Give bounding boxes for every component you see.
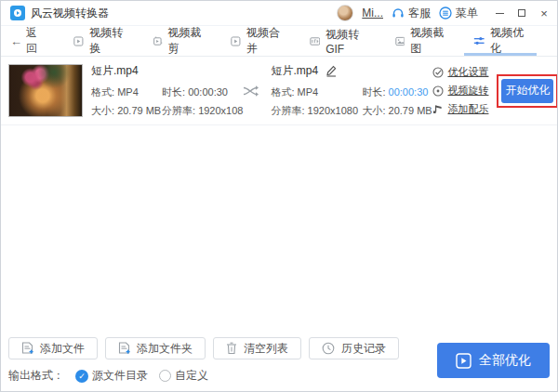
shuffle-icon <box>243 84 259 98</box>
titlebar-right: Mi... 客服 菜单 <box>337 5 550 21</box>
output-file-name: 短片.mp4 <box>271 63 318 79</box>
video-merge-icon <box>231 35 241 47</box>
nav-tabs: 视频转换 视频裁剪 视频合并 <box>68 26 548 56</box>
add-folder-icon <box>118 342 130 356</box>
add-file-label: 添加文件 <box>40 341 85 357</box>
source-file-name: 短片.mp4 <box>91 63 243 79</box>
source-duration: 时长: 00:00:30 <box>162 85 243 99</box>
user-avatar[interactable] <box>337 5 353 21</box>
customer-service-button[interactable]: 客服 <box>392 6 431 21</box>
optimize-all-label: 全部优化 <box>479 352 531 369</box>
trash-icon <box>226 342 237 355</box>
circle-check-icon <box>432 67 444 78</box>
output-resolution: 分辨率: 1920x1080 <box>271 104 362 118</box>
back-arrow-icon: ← <box>10 34 22 48</box>
window-controls: × <box>494 7 550 20</box>
output-format-label: 输出格式： <box>8 368 64 384</box>
add-file-icon <box>21 342 33 356</box>
tab-label: 视频转换 <box>89 25 126 57</box>
output-file-info: 短片.mp4 格式: MP4 时长: 00:00:30 分辨率: 1920x10… <box>271 63 431 118</box>
maximize-icon <box>518 9 525 17</box>
tab-video-merge[interactable]: 视频合并 <box>225 26 288 56</box>
file-row[interactable]: 短片.mp4 格式: MP4 时长: 00:00:30 大小: 20.79 MB… <box>1 57 557 125</box>
add-folder-label: 添加文件夹 <box>137 341 193 357</box>
tab-video-to-gif[interactable]: 视频转GIF <box>304 26 375 56</box>
minimize-icon <box>496 13 504 14</box>
menu-label: 菜单 <box>456 6 478 21</box>
edit-icon[interactable] <box>325 65 338 77</box>
tab-video-convert[interactable]: 视频转换 <box>68 26 131 56</box>
source-file-details: 格式: MP4 时长: 00:00:30 大小: 20.79 MB 分辨率: 1… <box>91 85 243 118</box>
output-format-row: 输出格式： ✓ 源文件目录 自定义 <box>8 368 208 384</box>
titlebar: 风云视频转换器 Mi... 客服 菜单 <box>1 1 557 26</box>
music-note-icon <box>432 104 444 115</box>
source-format: 格式: MP4 <box>91 85 162 99</box>
tab-video-optimize[interactable]: 视频优化 <box>468 26 533 56</box>
tab-label: 视频转GIF <box>326 27 368 56</box>
close-icon: × <box>540 7 548 20</box>
source-size: 大小: 20.79 MB <box>91 104 162 118</box>
history-label: 历史记录 <box>341 341 386 357</box>
video-crop-icon <box>153 35 163 47</box>
tab-video-screenshot[interactable]: 视频截图 <box>390 26 453 56</box>
back-label: 返回 <box>26 25 44 57</box>
source-resolution: 分辨率: 1920x108 <box>162 104 243 118</box>
app-window: 风云视频转换器 Mi... 客服 菜单 <box>0 0 558 392</box>
video-convert-icon <box>73 35 84 47</box>
output-size: 大小: 20.79 MB <box>362 104 432 118</box>
tab-label: 视频截图 <box>410 25 447 57</box>
output-file-name-row: 短片.mp4 <box>271 63 431 79</box>
add-music-link[interactable]: 添加配乐 <box>432 102 488 116</box>
customer-service-label: 客服 <box>408 6 431 21</box>
headset-icon <box>392 7 405 20</box>
app-identity: 风云视频转换器 <box>10 6 109 21</box>
optimize-options: 优化设置 视频旋转 添加配乐 <box>432 65 488 116</box>
tab-label: 视频合并 <box>246 25 284 57</box>
radio-source-directory-label: 源文件目录 <box>92 368 148 384</box>
radio-source-directory[interactable]: ✓ 源文件目录 <box>75 368 148 384</box>
play-square-icon <box>456 353 472 369</box>
navbar: ← 返回 视频转换 视频裁剪 <box>1 26 557 57</box>
maximize-button[interactable] <box>516 7 527 20</box>
video-rotate-link[interactable]: 视频旋转 <box>432 84 488 98</box>
video-to-gif-icon <box>310 35 321 47</box>
file-list: 短片.mp4 格式: MP4 时长: 00:00:30 大小: 20.79 MB… <box>1 57 557 125</box>
radio-custom[interactable]: 自定义 <box>159 368 208 384</box>
optimize-all-button[interactable]: 全部优化 <box>437 343 550 378</box>
clear-list-label: 清空列表 <box>244 341 288 357</box>
output-duration[interactable]: 时长: 00:00:30 <box>362 85 432 99</box>
close-button[interactable]: × <box>538 7 550 20</box>
video-thumbnail <box>8 64 83 117</box>
video-optimize-icon <box>473 35 485 46</box>
back-button[interactable]: ← 返回 <box>10 25 44 57</box>
minimize-button[interactable] <box>494 7 505 20</box>
clock-icon <box>322 342 335 355</box>
start-optimize-wrap: 开始优化 <box>501 79 553 103</box>
output-file-details: 格式: MP4 时长: 00:00:30 分辨率: 1920x1080 大小: … <box>271 85 431 118</box>
video-screenshot-icon <box>395 35 405 47</box>
app-logo-icon <box>10 6 25 20</box>
rotate-icon <box>432 85 444 97</box>
username-link[interactable]: Mi... <box>362 7 383 20</box>
add-file-button[interactable]: 添加文件 <box>8 337 98 359</box>
bottom-toolbar: 添加文件 添加文件夹 清空列表 <box>8 337 399 359</box>
clear-list-button[interactable]: 清空列表 <box>213 337 301 359</box>
source-file-info: 短片.mp4 格式: MP4 时长: 00:00:30 大小: 20.79 MB… <box>91 63 243 118</box>
tab-label: 视频裁剪 <box>168 25 206 57</box>
add-folder-button[interactable]: 添加文件夹 <box>105 337 206 359</box>
start-optimize-button[interactable]: 开始优化 <box>501 79 553 103</box>
tab-label: 视频优化 <box>490 25 527 57</box>
add-music-label: 添加配乐 <box>447 102 488 116</box>
tab-video-crop[interactable]: 视频裁剪 <box>147 26 210 56</box>
video-rotate-label: 视频旋转 <box>447 84 488 98</box>
optimize-settings-link[interactable]: 优化设置 <box>432 65 488 79</box>
output-format: 格式: MP4 <box>271 85 362 99</box>
convert-direction <box>243 84 259 98</box>
menu-button[interactable]: 菜单 <box>439 6 478 21</box>
app-title: 风云视频转换器 <box>31 6 109 21</box>
radio-unchecked-icon <box>159 370 171 382</box>
radio-custom-label: 自定义 <box>175 368 208 384</box>
optimize-settings-label: 优化设置 <box>447 65 488 79</box>
radio-checked-icon: ✓ <box>75 370 88 383</box>
history-button[interactable]: 历史记录 <box>309 337 399 359</box>
